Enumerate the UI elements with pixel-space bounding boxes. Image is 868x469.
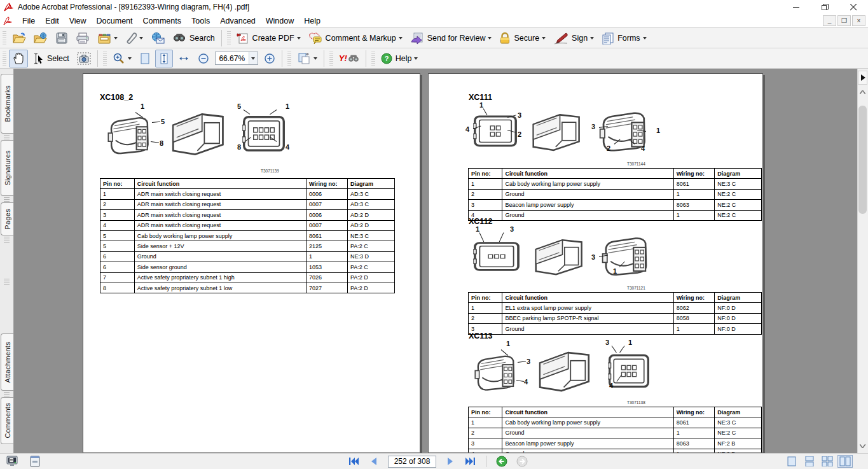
previous-view-button[interactable] bbox=[493, 455, 510, 468]
sign-caret bbox=[590, 37, 594, 39]
zoom-tool-button[interactable] bbox=[109, 50, 135, 67]
vertical-scrollbar[interactable] bbox=[857, 69, 868, 453]
window-title: Adobe Acrobat Professional - [89162393-W… bbox=[18, 3, 249, 11]
open-button[interactable] bbox=[9, 29, 29, 47]
zoom-level-dropdown[interactable] bbox=[249, 52, 258, 64]
figure-number: T3071144 bbox=[627, 162, 645, 166]
toolbar-grip[interactable] bbox=[227, 31, 231, 45]
reading-mode-icon[interactable] bbox=[5, 455, 19, 468]
hand-tool-button[interactable] bbox=[9, 50, 28, 67]
page-layout-controls bbox=[782, 455, 853, 468]
first-page-button[interactable] bbox=[345, 455, 362, 468]
fit-width-button[interactable] bbox=[174, 50, 193, 67]
toolbar-grip[interactable] bbox=[287, 52, 291, 66]
next-page-button[interactable] bbox=[442, 455, 458, 468]
secure-button[interactable]: Secure bbox=[496, 29, 549, 47]
yahoo-search-button[interactable]: Y! bbox=[336, 50, 362, 67]
toolbar-grip[interactable] bbox=[103, 52, 107, 66]
print-button[interactable] bbox=[72, 29, 93, 47]
next-view-button[interactable] bbox=[514, 455, 530, 468]
table-row: 1ADR main switch closing request0006AD:3… bbox=[100, 189, 395, 199]
connector-diagram-xc108: 1 5 8 5 1 8 4 bbox=[102, 104, 300, 168]
status-bar bbox=[0, 453, 868, 469]
svg-text:?: ? bbox=[384, 55, 389, 62]
send-for-review-button[interactable]: Send for Review bbox=[407, 29, 495, 47]
table-row: 2Ground1NE:2 C bbox=[469, 428, 762, 438]
pin-label: 8 bbox=[160, 140, 163, 147]
toolbar-grip[interactable] bbox=[329, 52, 333, 66]
continuous-facing-view-button[interactable] bbox=[820, 455, 835, 468]
attach-button[interactable] bbox=[122, 29, 146, 47]
doc-restore-button[interactable]: ❐ bbox=[837, 15, 851, 26]
menu-advanced[interactable]: Advanced bbox=[215, 15, 261, 27]
zoom-level-input[interactable] bbox=[216, 52, 249, 64]
menu-window[interactable]: Window bbox=[261, 15, 299, 27]
scroll-down-arrow[interactable] bbox=[858, 442, 867, 451]
pin-label: 8 bbox=[237, 144, 241, 151]
yahoo-label: Y! bbox=[339, 53, 347, 63]
page-indicator-input[interactable] bbox=[390, 457, 434, 466]
table-row: 4Ground1NE:2 C bbox=[469, 210, 762, 220]
tab-pages[interactable]: Pages bbox=[1, 202, 13, 235]
pin-label: 1 bbox=[476, 226, 479, 233]
sign-button[interactable]: Sign bbox=[550, 29, 597, 47]
toolbar-grip[interactable] bbox=[3, 52, 6, 66]
zoom-in-button[interactable] bbox=[261, 50, 279, 67]
page-display-caret bbox=[313, 57, 317, 60]
tab-bookmarks[interactable]: Bookmarks bbox=[1, 74, 13, 134]
open-web-button[interactable] bbox=[31, 29, 51, 47]
view-toolbar: Select bbox=[0, 48, 868, 69]
column-header: Diagram bbox=[715, 169, 762, 179]
close-button[interactable] bbox=[839, 0, 868, 14]
doc-close-button[interactable]: × bbox=[852, 15, 865, 26]
page-navigation bbox=[343, 455, 532, 468]
menu-tools[interactable]: Tools bbox=[186, 15, 215, 27]
zoom-out-button[interactable] bbox=[195, 50, 212, 67]
comment-markup-caret bbox=[399, 37, 403, 39]
facing-view-button[interactable] bbox=[837, 455, 853, 468]
single-page-view-button[interactable] bbox=[784, 455, 799, 468]
tab-attachments[interactable]: Attachments bbox=[1, 333, 13, 391]
pane-resize-grip[interactable] bbox=[4, 279, 10, 285]
scroll-thumb[interactable] bbox=[858, 106, 867, 214]
continuous-view-button[interactable] bbox=[802, 455, 817, 468]
snapshot-button[interactable] bbox=[74, 50, 94, 67]
help-button[interactable]: ? Help bbox=[378, 50, 422, 67]
forms-button[interactable]: Forms bbox=[598, 29, 649, 47]
pane-toggle-button[interactable] bbox=[858, 71, 867, 85]
pin-label: 5 bbox=[161, 118, 165, 125]
menu-edit[interactable]: Edit bbox=[40, 15, 64, 27]
toolbar-grip[interactable] bbox=[371, 52, 375, 66]
pin-table-xc111: Pin no:Circuit functionWiring no:Diagram… bbox=[468, 168, 762, 221]
email-button[interactable] bbox=[148, 29, 168, 47]
create-pdf-button[interactable]: Create PDF bbox=[233, 29, 304, 47]
scroll-up-arrow[interactable] bbox=[858, 88, 867, 97]
pin-label: 3 bbox=[518, 112, 521, 119]
menu-document[interactable]: Document bbox=[92, 15, 138, 27]
search-button[interactable]: Search bbox=[169, 29, 218, 47]
select-tool-button[interactable]: Select bbox=[29, 50, 72, 67]
fit-height-button[interactable] bbox=[155, 50, 173, 67]
create-pdf-caret bbox=[297, 37, 301, 39]
table-row: 1Cab body working lamp power supply8061N… bbox=[469, 417, 762, 428]
save-button[interactable] bbox=[52, 29, 71, 47]
doc-minimize-button[interactable]: _ bbox=[823, 15, 836, 26]
last-page-button[interactable] bbox=[462, 455, 479, 468]
organizer-button[interactable] bbox=[94, 29, 121, 47]
page-size-icon[interactable] bbox=[28, 455, 42, 468]
fit-page-button[interactable] bbox=[136, 50, 154, 67]
page-display-button[interactable] bbox=[294, 50, 320, 67]
menu-file[interactable]: File bbox=[17, 15, 40, 27]
comment-markup-button[interactable]: Comment & Markup bbox=[305, 29, 406, 47]
minimize-button[interactable] bbox=[782, 0, 811, 14]
menu-view[interactable]: View bbox=[64, 15, 92, 27]
menu-comments[interactable]: Comments bbox=[138, 15, 186, 27]
toolbar-grip[interactable] bbox=[3, 31, 6, 45]
previous-page-button[interactable] bbox=[366, 455, 382, 468]
tab-signatures[interactable]: Signatures bbox=[1, 140, 13, 196]
help-caret bbox=[414, 57, 418, 60]
menu-help[interactable]: Help bbox=[299, 15, 326, 27]
forms-label: Forms bbox=[617, 34, 640, 43]
tab-comments[interactable]: Comments bbox=[1, 397, 13, 444]
restore-button[interactable] bbox=[811, 0, 839, 14]
